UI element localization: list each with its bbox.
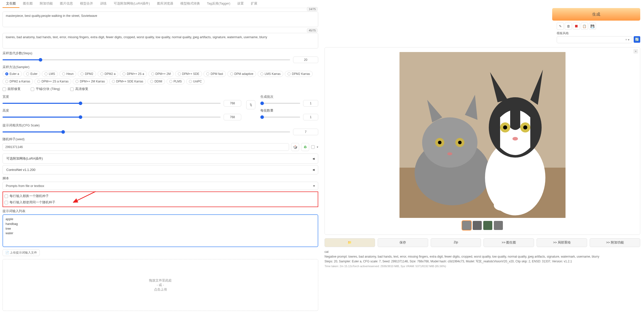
tool-save-icon[interactable]: 💾 [589,23,596,30]
send-extras-button[interactable]: >> 附加功能 [590,238,640,247]
width-value[interactable] [224,100,241,107]
accordion-controlnet[interactable]: ControlNet v1.1.200◀ [3,165,318,174]
sampler-unipc[interactable]: UniPC [186,78,205,84]
send-inpaint-button[interactable]: >> 局部重绘 [537,238,587,247]
thumb-3[interactable] [483,221,492,230]
accordion-lora[interactable]: 可选附加网络(LoRA插件)◀ [3,154,318,164]
thumb-1[interactable] [462,221,471,230]
seed-input[interactable] [3,143,289,151]
file-dropzone[interactable]: 拖放文件至此处 - 或 - 点击上传 [3,259,318,311]
tab-lora[interactable]: 可选附加网络(LoRA插件) [110,0,153,8]
check-iterate-seed[interactable]: 每行输入都换一个随机种子 [5,193,316,199]
steps-slider[interactable] [3,59,290,60]
width-slider[interactable] [3,103,221,104]
tab-merge[interactable]: 模型合并 [76,0,97,8]
seed-reuse-button[interactable]: ♻ [301,143,309,151]
sampler-dpm2-karras[interactable]: DPM2 Karras [285,71,313,77]
zip-button[interactable]: Zip [431,238,481,247]
sampler-lms-karras[interactable]: LMS Karras [258,71,283,77]
sampler-dpm-sde[interactable]: DPM++ SDE [175,71,202,77]
sampler-plms[interactable]: PLMS [167,78,185,84]
check-face-restore[interactable]: 面部修复 [3,87,21,91]
tool-edit-icon[interactable]: ✎ [557,23,564,30]
script-select[interactable]: Prompts from file or textbox▾ [3,182,318,190]
tab-browser[interactable]: 图库浏览器 [153,0,177,8]
svg-point-19 [523,125,527,129]
width-label: 宽度 [3,95,241,99]
sampler-dpm2[interactable]: DPM2 [78,71,96,77]
sampler-dpm2-a[interactable]: DPM2 a [98,71,118,77]
sampler-euler-a[interactable]: Euler a [3,71,22,77]
height-value[interactable] [224,114,241,120]
tool-icons: ✎ 🗑 📋 💾 [557,23,640,30]
sampler-dpm-adaptive[interactable]: DPM adaptive [227,71,256,77]
prompt-list-input[interactable]: apple handbag tree water [3,214,318,247]
tab-extras[interactable]: 附加功能 [36,0,56,8]
neg-prompt-counter: 45/75 [307,28,317,32]
sampler-lms[interactable]: LMS [42,71,58,77]
seed-extra-toggle[interactable] [311,145,315,149]
preview-close-button[interactable]: × [633,49,638,54]
batch-size-label: 每批数量 [260,109,318,113]
tab-train[interactable]: 训练 [97,0,110,8]
sampler-dpm-2m-karras[interactable]: DPM++ 2M Karras [73,78,107,84]
tool-clipboard-icon[interactable]: 📋 [581,23,588,30]
svg-point-4 [422,117,477,168]
cfg-slider[interactable] [3,131,290,132]
sampler-label: 采样方法(Sampler) [3,65,318,69]
batch-size-value[interactable] [303,114,318,120]
sampler-dpm-2s-a-karras[interactable]: DPM++ 2S a Karras [34,78,71,84]
upload-prompts-button[interactable]: 📄 上传提示词输入文件 [3,249,40,256]
height-slider[interactable] [3,117,221,118]
radio-icon [100,72,103,75]
check-same-seed[interactable]: 每行输入都使用同一个随机种子 [5,199,316,206]
sampler-ddim[interactable]: DDIM [147,78,165,84]
save-button[interactable]: 保存 [378,238,428,247]
tool-stop-icon[interactable] [573,23,580,30]
style-select[interactable]: × ▾ [557,36,632,43]
seed-extra-caret[interactable]: ▾ [317,145,318,149]
tab-extensions[interactable]: 扩展 [247,0,261,8]
generate-button[interactable]: 生成 [552,8,640,21]
preview-image[interactable] [399,52,566,218]
thumb-2[interactable] [473,221,482,230]
prompt-input[interactable]: masterpiece, best quality,people walking… [3,12,318,27]
sampler-euler[interactable]: Euler [23,71,40,77]
batch-count-value[interactable] [303,100,318,107]
batch-count-slider[interactable] [260,103,300,104]
radio-icon [37,80,40,83]
check-hires[interactable]: 高清修复 [70,87,88,91]
annotation-highlight: 每行输入都换一个随机种子 每行输入都使用同一个随机种子 [3,192,318,207]
sampler-dpm2-a-karras[interactable]: DPM2 a Karras [3,78,33,84]
tab-img2img[interactable]: 图生图 [19,0,36,8]
sampler-dpm-fast[interactable]: DPM fast [204,71,226,77]
svg-point-20 [512,137,518,140]
send-img2img-button[interactable]: >> 图生图 [484,238,534,247]
batch-size-slider[interactable] [260,117,300,118]
swap-dims-button[interactable]: ⇅ [246,100,255,109]
steps-value[interactable] [293,57,318,63]
tab-txt2img[interactable]: 文生图 [3,0,19,8]
tool-trash-icon[interactable]: 🗑 [565,23,572,30]
preview-area: × [325,47,640,235]
sampler-dpm-2m[interactable]: DPM++ 2M [148,71,174,77]
cfg-value[interactable] [293,129,318,135]
tab-pnginfo[interactable]: 图片信息 [56,0,76,8]
check-tiling[interactable]: 平铺/分块 (Tiling) [31,87,60,91]
caret-left-icon: ◀ [312,157,314,160]
tab-settings[interactable]: 设置 [234,0,247,8]
neg-prompt-input[interactable]: lowres, bad anatomy, bad hands, text, er… [3,33,318,49]
radio-icon [62,72,65,75]
tab-tagger[interactable]: Tag反推(Tagger) [204,0,234,8]
tab-convert[interactable]: 模型格式转换 [177,0,204,8]
thumbnail-strip [462,221,503,230]
sampler-dpm-2s-a[interactable]: DPM++ 2S a [120,71,147,77]
style-refresh-button[interactable]: 🔄 [634,36,640,43]
seed-random-button[interactable]: 🎲 [291,143,299,151]
thumb-4[interactable] [494,221,503,230]
sampler-heun[interactable]: Heun [59,71,76,77]
annotation-arrow [73,190,98,205]
sampler-dpm-sde-karras[interactable]: DPM++ SDE Karras [109,78,146,84]
open-folder-button[interactable]: 📁 [325,238,375,247]
height-label: 高度 [3,109,241,113]
